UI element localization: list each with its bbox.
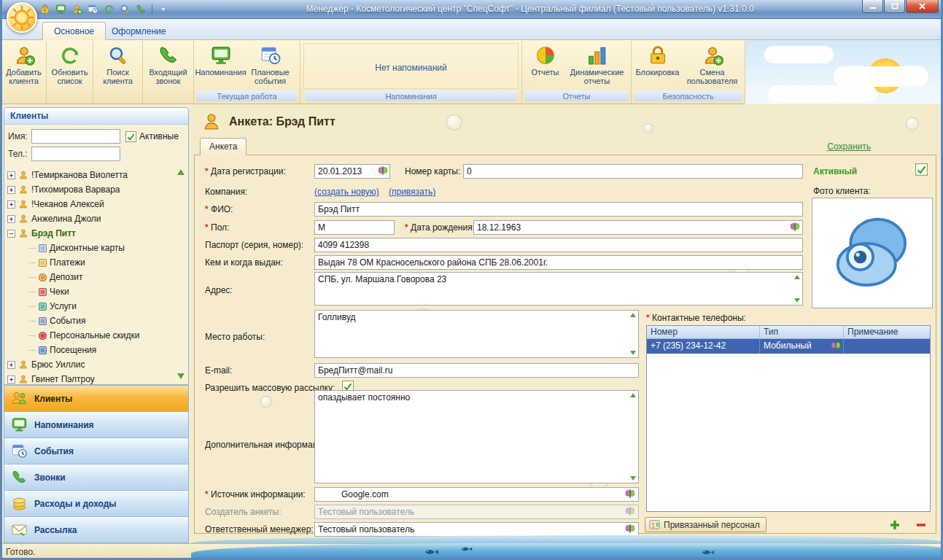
scroll-up-arrow[interactable] xyxy=(630,313,636,317)
sidebar-item-expenses[interactable]: Расходы и доходы xyxy=(4,490,188,516)
tab-main[interactable]: Основное xyxy=(42,22,106,40)
change-user-button[interactable]: Смена пользователя xyxy=(682,43,743,86)
scroll-up-arrow[interactable] xyxy=(177,169,185,175)
phone-row[interactable]: +7 (235) 234-12-42 Мобильный xyxy=(647,339,930,354)
phone-icon xyxy=(11,469,28,486)
butterfly-picker-icon[interactable] xyxy=(625,524,636,534)
expand-icon[interactable] xyxy=(7,201,15,209)
active-status-checkbox[interactable] xyxy=(915,163,928,176)
active-filter-toggle[interactable]: Активные xyxy=(120,131,185,142)
butterfly-picker-icon[interactable] xyxy=(625,489,636,499)
name-filter-label: Имя: xyxy=(8,131,31,141)
lock-icon[interactable] xyxy=(38,3,51,16)
expand-icon[interactable] xyxy=(7,171,15,179)
tree-item-client[interactable]: !Чеканов Алексей xyxy=(7,197,175,211)
phone-filter-input[interactable] xyxy=(31,147,120,161)
search-client-button[interactable]: Поиск клиента xyxy=(95,43,141,86)
scroll-up-arrow[interactable] xyxy=(630,393,636,397)
address-textarea[interactable]: СПБ, ул. Маршала Говорова 23 xyxy=(314,272,803,306)
maximize-button[interactable] xyxy=(884,0,905,13)
tree-item-discount-cards[interactable]: Дисконтные карты xyxy=(7,241,175,255)
calendar-clock-icon xyxy=(260,44,282,66)
reminders-icon[interactable] xyxy=(54,3,67,16)
customize-toolbar-caret-icon[interactable] xyxy=(157,3,170,16)
tree-item-checks[interactable]: Чеки xyxy=(7,284,175,299)
planned-events-button[interactable]: Плановые события xyxy=(244,43,297,86)
tree-item-client[interactable]: !Темирканова Виолетта xyxy=(7,168,175,182)
create-company-link[interactable]: (создать новую) xyxy=(314,187,379,197)
tree-item-client[interactable]: Анжелина Джоли xyxy=(7,211,175,226)
manager-input[interactable] xyxy=(314,522,639,537)
reports-label: Отчеты xyxy=(531,68,559,77)
name-filter-input[interactable] xyxy=(31,129,120,144)
passport-input[interactable] xyxy=(314,238,803,252)
minimize-button[interactable] xyxy=(862,0,883,13)
phones-col-number[interactable]: Номер xyxy=(647,326,760,338)
add-phone-button[interactable] xyxy=(889,519,901,531)
tree-item-services[interactable]: Услуги xyxy=(7,299,175,314)
add-client-button[interactable]: Добавить клиента xyxy=(1,43,46,86)
butterfly-picker-icon[interactable] xyxy=(831,341,842,351)
phones-table-header: Номер Тип Примечание xyxy=(647,326,930,339)
reports-button[interactable]: Отчеты xyxy=(525,43,566,77)
tab-anketa[interactable]: Анкета xyxy=(200,138,247,155)
refresh-icon[interactable] xyxy=(102,3,115,16)
tree-item-deposit[interactable]: Депозит xyxy=(7,270,175,284)
close-button[interactable] xyxy=(906,0,939,13)
butterfly-picker-icon[interactable] xyxy=(378,166,389,176)
sidebar-item-clients[interactable]: Клиенты xyxy=(4,385,188,411)
expand-icon[interactable] xyxy=(7,376,15,384)
issued-input[interactable] xyxy=(314,255,803,270)
phones-col-type[interactable]: Тип xyxy=(760,326,844,338)
window-title: Менеджер - Косметологический центр "Спец… xyxy=(219,4,841,14)
source-input[interactable] xyxy=(314,487,639,502)
workplace-textarea[interactable]: Голливуд xyxy=(314,310,639,358)
tree-item-client[interactable]: !Тихомирова Варвара xyxy=(7,182,175,197)
attach-company-link[interactable]: (привязать) xyxy=(389,187,435,197)
tree-item-client[interactable]: Брюс Уиллис xyxy=(7,357,175,372)
scroll-down-arrow[interactable] xyxy=(630,351,636,355)
tab-design[interactable]: Оформление xyxy=(101,22,176,40)
sidebar-item-mailing[interactable]: Рассылка xyxy=(4,516,188,542)
linked-staff-button[interactable]: Привязанный персонал xyxy=(645,517,767,532)
app-menu-button[interactable] xyxy=(7,2,37,33)
incoming-call-button[interactable]: Входящий звонок xyxy=(145,43,192,86)
card-number-input[interactable] xyxy=(463,164,803,179)
save-link[interactable]: Сохранить xyxy=(827,141,871,152)
scroll-up-arrow[interactable] xyxy=(794,275,800,279)
remove-phone-button[interactable] xyxy=(915,519,927,531)
additional-info-textarea[interactable]: опаздывает постоянно xyxy=(314,390,639,483)
dynamic-reports-button[interactable]: Динамические отчеты xyxy=(566,43,629,86)
tree-item-events[interactable]: События xyxy=(7,314,175,328)
expand-icon[interactable] xyxy=(7,186,15,194)
phone-type-value: Мобильный xyxy=(764,341,812,351)
expand-icon[interactable] xyxy=(7,215,15,223)
sidebar-item-events[interactable]: События xyxy=(4,438,188,464)
collapse-icon[interactable] xyxy=(7,230,15,238)
search-icon[interactable] xyxy=(118,3,131,16)
scroll-down-arrow[interactable] xyxy=(630,476,636,481)
sidebar-item-reminders[interactable]: Напоминания xyxy=(4,411,188,438)
birth-date-input[interactable] xyxy=(473,220,803,235)
phones-col-note[interactable]: Примечание xyxy=(844,326,930,338)
tree-item-client-selected[interactable]: Брэд Питт xyxy=(7,226,175,241)
expand-icon[interactable] xyxy=(7,361,15,369)
phone-icon[interactable] xyxy=(134,3,147,16)
scroll-down-arrow[interactable] xyxy=(177,373,185,379)
calendar-icon[interactable] xyxy=(86,3,99,16)
tree-item-visits[interactable]: Посещения xyxy=(7,343,175,357)
scroll-down-arrow[interactable] xyxy=(794,298,800,303)
refresh-list-button[interactable]: Обновить список xyxy=(47,43,93,86)
email-input[interactable] xyxy=(314,363,639,378)
reminders-button[interactable]: Напоминания xyxy=(198,43,244,77)
tree-item-client[interactable]: Гвинет Пэлтроу xyxy=(7,372,175,384)
sidebar-item-calls[interactable]: Звонки xyxy=(4,464,188,490)
gender-input[interactable] xyxy=(314,220,395,235)
lock-button[interactable]: Блокировка xyxy=(634,43,682,77)
calendar-icon xyxy=(39,317,47,325)
tree-item-payments[interactable]: Платежи xyxy=(7,255,175,270)
fio-input[interactable] xyxy=(314,202,803,217)
add-client-icon[interactable] xyxy=(70,3,83,16)
tree-item-personal-discounts[interactable]: Персональные скидки xyxy=(7,328,175,343)
butterfly-picker-icon[interactable] xyxy=(790,222,801,233)
